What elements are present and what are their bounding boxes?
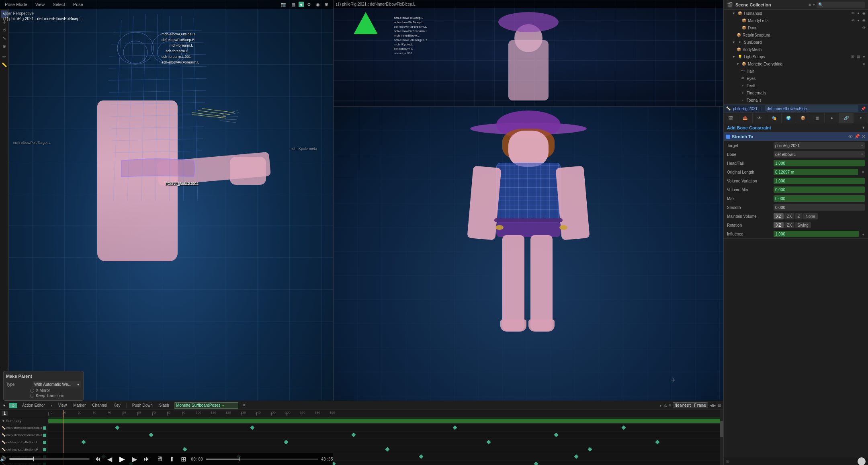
tab-view[interactable]: 👁	[753, 113, 767, 123]
tab-render[interactable]: 🎬	[724, 113, 738, 123]
sel-btn-humanoid[interactable]: ◉	[862, 11, 866, 16]
lightsetups-btn1[interactable]: ⊞	[850, 54, 855, 59]
viewport-icon-4[interactable]: ⚙	[305, 2, 313, 8]
summary-content[interactable]	[48, 417, 723, 424]
mv-xz-btn[interactable]: XZ	[774, 213, 784, 219]
tree-hair[interactable]: 〰 Hair	[724, 68, 868, 75]
head-tail-field[interactable]: 1.000	[774, 160, 865, 166]
tracks-scrollbar[interactable]	[720, 410, 723, 465]
tree-retain[interactable]: 📦 RetainScuptura	[724, 31, 868, 39]
tree-door[interactable]: 📦 Door 👁	[724, 24, 868, 31]
progress-bar[interactable]	[9, 458, 90, 460]
action-close-btn[interactable]: ✕	[242, 403, 246, 408]
vol-var-field[interactable]: 1.000	[774, 178, 865, 184]
action-editor-label[interactable]: Action Editor	[20, 403, 47, 408]
bone-dropdown[interactable]: def-elbow.L ▾	[774, 151, 865, 158]
keep-transform-radio[interactable]: Keep Transform	[30, 393, 81, 398]
lightsetups-btn3[interactable]: ●	[862, 54, 866, 59]
constraint-pin-btn[interactable]: 📌	[854, 134, 860, 139]
transport-icon-2[interactable]: ⬆	[168, 455, 176, 464]
smooth-field[interactable]: 0.000	[774, 204, 865, 211]
add-collection-icon[interactable]: +	[813, 2, 815, 7]
x-mirror-radio[interactable]: X Mirror	[30, 388, 81, 393]
tree-teeth[interactable]: ▫ Teeth	[724, 82, 868, 89]
skip-fwd-btn[interactable]: ⏭	[142, 455, 151, 463]
t2-content[interactable]	[48, 432, 723, 438]
orig-length-reset[interactable]: ✕	[861, 170, 865, 175]
viewport-icon-3[interactable]: ●	[299, 2, 304, 7]
render-btn-humanoid[interactable]: ●	[856, 11, 861, 16]
timeline-view-btn[interactable]: View	[57, 403, 69, 408]
influence-key-btn[interactable]: ⬥	[862, 231, 865, 236]
tool-annotate[interactable]: ✏	[1, 53, 8, 60]
rot-zx-btn[interactable]: ZX	[784, 222, 794, 228]
tree-monette-everything[interactable]: ▼ 📦 Monette.Everything ●	[724, 60, 868, 68]
constraint-visibility-btn[interactable]: 👁	[848, 134, 853, 139]
vol-max-field[interactable]: 0.000	[774, 195, 865, 202]
scene-search-input[interactable]	[817, 2, 865, 8]
tree-eyes[interactable]: 👁 Eyes	[724, 75, 868, 82]
skip-back-btn[interactable]: ⏮	[93, 455, 102, 463]
tree-lightsetups[interactable]: ▼ 💡 LightSetups ⊞ ▦ ●	[724, 53, 868, 60]
eye-door[interactable]: 👁	[862, 25, 866, 30]
timeline-expand-btn[interactable]: ▼	[2, 404, 6, 408]
type-dropdown[interactable]: With Automatic We... ▾	[33, 381, 81, 387]
filter-icon[interactable]: ≡	[809, 2, 811, 7]
mv-zx-btn[interactable]: ZX	[784, 213, 794, 219]
tree-toenails[interactable]: ▫ Toenails	[724, 96, 868, 104]
constraint-close-btn[interactable]: ✕	[862, 134, 866, 139]
timeline-channel-btn[interactable]: Channel	[90, 403, 108, 408]
viewport-icon-1[interactable]: 📷	[279, 2, 288, 8]
tool-scale[interactable]: ⤡	[1, 35, 8, 42]
monette-btn[interactable]: ●	[862, 61, 866, 66]
tab-mesh[interactable]: ▦	[810, 113, 825, 123]
transport-icon-3[interactable]: ⊞	[179, 455, 188, 464]
target-dropdown[interactable]: philoRig.2021 ▾	[774, 142, 865, 149]
pose-mode-btn[interactable]: Pose Mode	[3, 2, 29, 7]
play-btn[interactable]: ▶	[117, 454, 127, 464]
action-name-field[interactable]: Monette.SurfboardPoses ●	[174, 402, 238, 409]
next-frame-btn[interactable]: ▶	[131, 455, 139, 464]
audio-icon[interactable]: 🔊	[0, 456, 6, 462]
mv-none-btn[interactable]: None	[803, 213, 818, 219]
rig-pin-icon[interactable]: 📌	[861, 107, 866, 111]
push-down-btn[interactable]: Push Down	[131, 403, 154, 408]
tree-humanoid[interactable]: ▼ 📦 Humanoid 👁 ● ◉	[724, 10, 868, 17]
tl-icon1[interactable]: ⬥	[659, 403, 662, 408]
tool-rotate[interactable]: ↺	[1, 27, 8, 34]
eye-mandyleffs[interactable]: 👁	[850, 18, 855, 23]
tl-frame-ctrl[interactable]: ◀▶	[710, 403, 716, 408]
view-btn[interactable]: View	[34, 2, 47, 7]
sel-mandyleffs[interactable]: ◉	[862, 18, 866, 23]
transport-icon-1[interactable]: 🖥	[155, 455, 164, 463]
rot-swing-btn[interactable]: Swing	[795, 222, 811, 228]
pose-btn[interactable]: Pose	[72, 2, 85, 7]
t1-content[interactable]	[48, 424, 723, 431]
tl-icon2[interactable]: ⚠	[663, 403, 667, 408]
tree-fingernails[interactable]: ▫ Fingernails	[724, 89, 868, 96]
tab-scene[interactable]: 🎭	[767, 113, 782, 123]
orig-length-field[interactable]: 0.12697 m	[774, 169, 858, 175]
tree-bodymesh[interactable]: 📦 BodyMesh	[724, 46, 868, 53]
constraint-add-btn[interactable]: ▾	[862, 125, 865, 130]
lightsetups-btn2[interactable]: ▦	[856, 54, 861, 59]
tool-measure[interactable]: 📏	[1, 61, 8, 68]
viewport-icon-2[interactable]: ▦	[290, 2, 297, 8]
t3-content[interactable]	[48, 439, 723, 446]
tree-mandyleffs[interactable]: 📦 MandyLeffs 👁 ● ◉	[724, 17, 868, 24]
render-mandyleffs[interactable]: ●	[856, 18, 861, 23]
tab-output[interactable]: 📤	[738, 113, 753, 123]
tl-expand[interactable]: ⊟	[718, 403, 721, 408]
viewport-icon-6[interactable]: ⊞	[323, 2, 330, 8]
prev-frame-btn[interactable]: ◀	[106, 455, 114, 464]
slash-btn[interactable]: Slash	[158, 403, 171, 408]
tl-icon3[interactable]: ≡	[669, 403, 671, 408]
tab-world[interactable]: 🌍	[782, 113, 796, 123]
timeline-marker-btn[interactable]: Marker	[72, 403, 87, 408]
tree-sunboard[interactable]: ▼ ☀ SunBoard	[724, 39, 868, 46]
rot-xz-btn[interactable]: XZ	[774, 222, 784, 228]
current-frame-num[interactable]: 1	[2, 411, 8, 416]
tab-object[interactable]: 📦	[796, 113, 811, 123]
eye-btn-humanoid[interactable]: 👁	[850, 11, 855, 16]
bone-name-input[interactable]	[765, 105, 858, 112]
